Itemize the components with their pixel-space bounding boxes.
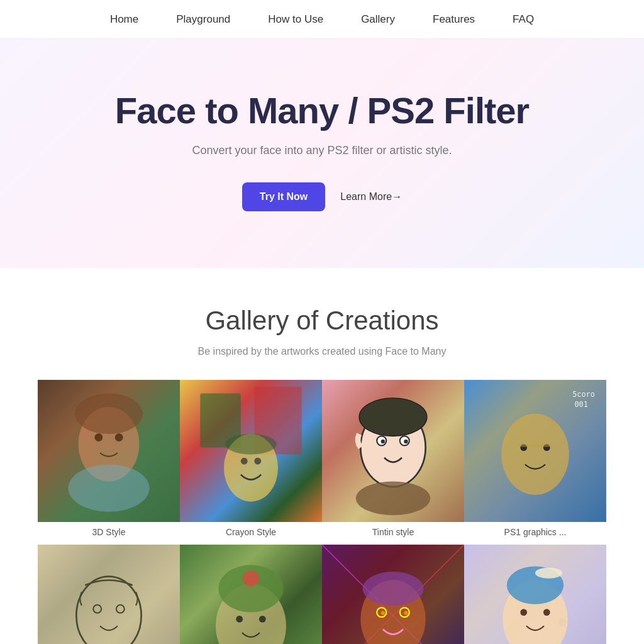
gallery-image-vermeer[interactable]	[464, 545, 606, 644]
try-it-now-button[interactable]: Try It Now	[242, 182, 325, 211]
svg-point-8	[241, 458, 248, 465]
svg-point-48	[520, 609, 527, 616]
gallery-image-neon[interactable]	[322, 545, 464, 644]
svg-point-1	[68, 465, 149, 512]
gallery-item-green	[180, 545, 322, 644]
svg-text:5coro: 5coro	[572, 390, 595, 399]
svg-point-14	[381, 440, 385, 443]
gallery-item-crayon: Crayon Style	[180, 380, 322, 545]
hero-title: Face to Many / PS2 Filter	[25, 89, 619, 131]
svg-text:001: 001	[574, 400, 587, 409]
gallery-section: Gallery of Creations Be inspired by the …	[0, 268, 644, 644]
gallery-title: Gallery of Creations	[38, 306, 606, 336]
gallery-item-3d: 3D Style	[38, 380, 180, 545]
svg-point-49	[543, 609, 550, 616]
svg-rect-26	[38, 545, 180, 644]
svg-point-34	[259, 616, 266, 623]
nav-home[interactable]: Home	[110, 13, 138, 26]
svg-point-47	[535, 568, 562, 579]
gallery-image-tintin[interactable]	[322, 380, 464, 522]
gallery-item-sketch	[38, 545, 180, 644]
svg-rect-22	[518, 444, 552, 447]
gallery-label-ps1: PS1 graphics ...	[504, 522, 567, 545]
nav-playground[interactable]: Playground	[176, 13, 230, 26]
gallery-label-3d: 3D Style	[92, 522, 126, 545]
gallery-item-tintin: Tintin style	[322, 380, 464, 545]
gallery-subtitle: Be inspired by the artworks created usin…	[38, 346, 606, 357]
nav-features[interactable]: Features	[433, 13, 475, 26]
svg-point-15	[404, 440, 408, 443]
nav-faq[interactable]: FAQ	[513, 13, 534, 26]
svg-point-3	[115, 433, 123, 441]
svg-point-17	[356, 481, 430, 515]
svg-point-4	[75, 394, 143, 435]
gallery-image-3d[interactable]	[38, 380, 180, 522]
svg-point-2	[94, 433, 103, 441]
gallery-label-crayon: Crayon Style	[226, 522, 276, 545]
nav-gallery[interactable]: Gallery	[361, 13, 395, 26]
gallery-image-crayon[interactable]	[180, 380, 322, 522]
svg-point-42	[404, 611, 408, 614]
gallery-item-vermeer	[464, 545, 606, 644]
svg-point-16	[359, 398, 427, 436]
svg-point-41	[381, 611, 385, 614]
main-nav: Home Playground How to Use Gallery Featu…	[0, 0, 644, 39]
gallery-grid: 3D Style Crayon Style	[38, 380, 606, 644]
svg-point-9	[254, 458, 261, 465]
svg-point-43	[363, 572, 424, 606]
svg-point-10	[225, 434, 277, 454]
gallery-label-tintin: Tintin style	[372, 522, 414, 545]
gallery-item-ps1: 5coro 001 PS1 graphics ...	[464, 380, 606, 545]
hero-section: Face to Many / PS2 Filter Convert your f…	[0, 39, 644, 268]
hero-buttons: Try It Now Learn More→	[25, 182, 619, 211]
svg-point-33	[236, 616, 243, 623]
svg-point-32	[243, 570, 259, 587]
nav-how-to-use[interactable]: How to Use	[268, 13, 323, 26]
svg-point-19	[501, 414, 569, 495]
gallery-image-ps1[interactable]: 5coro 001	[464, 380, 606, 522]
svg-point-50	[558, 618, 567, 626]
gallery-image-sketch[interactable]	[38, 545, 180, 644]
learn-more-link[interactable]: Learn More→	[340, 191, 402, 203]
gallery-image-green[interactable]	[180, 545, 322, 644]
hero-subtitle: Convert your face into any PS2 filter or…	[25, 144, 619, 157]
gallery-item-neon	[322, 545, 464, 644]
